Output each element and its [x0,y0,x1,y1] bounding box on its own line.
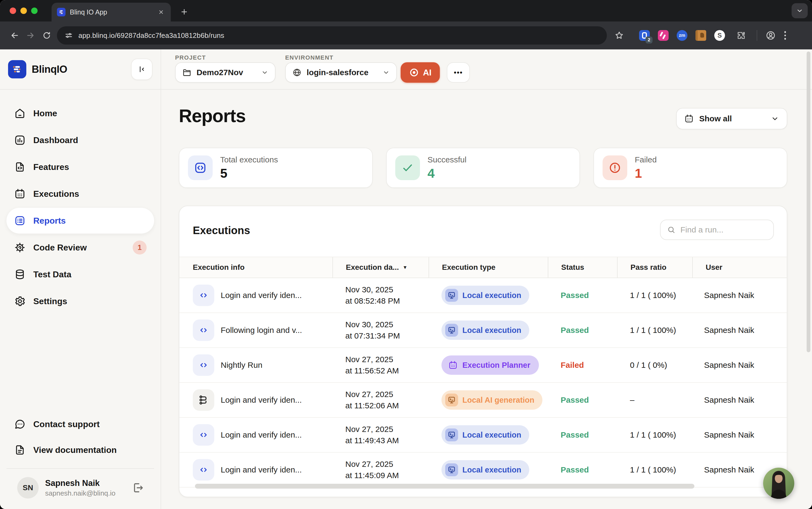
column-pass-ratio[interactable]: Pass ratio [617,257,692,278]
new-tab-button[interactable] [177,5,191,19]
project-select[interactable]: Demo27Nov [175,62,275,83]
zoom-window-button[interactable] [31,7,38,14]
execution-name: Login and verify iden... [221,396,302,405]
sidebar-item-home[interactable]: Home [6,100,154,126]
sidebar-item-label: Reports [33,216,66,226]
sidebar-item-test-data[interactable]: Test Data [6,262,154,287]
url-text[interactable]: app.blinq.io/69287da8cc7fea3a10812b6b/ru… [78,31,224,40]
user-account-row[interactable]: SN Sapnesh Naik sapnesh.naik@blinq.io [6,468,154,509]
sidebar-item-dashboard[interactable]: Dashboard [6,127,154,153]
logout-icon[interactable] [132,481,144,494]
sidebar-collapse-button[interactable] [131,59,153,80]
view-documentation-link[interactable]: View documentation [6,437,154,463]
code-brackets-icon [188,156,213,180]
environment-value: login-salesforce [307,68,368,77]
stat-value: 5 [220,166,278,181]
stat-total-executions: Total executions 5 [179,148,373,188]
sidebar-item-reports[interactable]: Reports [6,208,154,234]
home-icon [14,107,26,119]
execution-type-icon [193,389,214,411]
page-vertical-scrollbar[interactable] [807,52,810,352]
back-icon[interactable] [6,27,23,43]
table-row[interactable]: Login and verify iden... Nov 27, 2025 at… [179,383,787,418]
table-row[interactable]: Login and verify iden... Nov 27, 2025 at… [179,453,787,487]
execution-date: Nov 27, 2025 at 11:49:43 AM [332,423,429,446]
stat-label: Failed [635,155,657,164]
sort-desc-icon[interactable]: ▼ [403,265,408,270]
stat-value: 1 [635,166,657,181]
execution-date: Nov 30, 2025 at 07:31:34 PM [332,319,429,341]
reload-icon[interactable] [39,27,55,43]
execution-type-badge: Local execution [441,425,529,445]
execution-name: Login and verify iden... [221,430,302,439]
close-window-button[interactable] [10,7,16,14]
search-input[interactable] [680,225,767,234]
column-execution-info[interactable]: Execution info [179,257,332,278]
brand-row: BlinqIO [0,49,161,90]
password-extension-icon[interactable]: 2 [639,30,650,41]
bookmark-star-icon[interactable] [611,27,627,43]
table-row[interactable]: Login and verify iden... Nov 30, 2025 at… [179,278,787,313]
column-execution-date[interactable]: Execution da... ▼ [332,257,429,278]
sidebar-item-features[interactable]: Features [6,154,154,180]
execution-type-badge: Local execution [441,320,529,340]
dashboard-icon [14,134,26,146]
column-status[interactable]: Status [548,257,617,278]
sidebar-item-code-review[interactable]: Code Review 1 [6,235,154,261]
more-options-button[interactable]: ••• [447,62,470,83]
executions-section-title: Executions [193,225,250,237]
search-run-input[interactable] [660,219,774,240]
column-user[interactable]: User [692,257,787,278]
site-settings-icon[interactable] [64,31,73,40]
sidebar-item-label: Executions [33,189,79,199]
ai-record-button[interactable]: AI [401,62,440,83]
user-name-cell: Sapnesh Naik [692,430,787,439]
contact-support-link[interactable]: Contact support [6,411,154,437]
minimize-window-button[interactable] [21,7,27,14]
floating-profile-photo-bubble[interactable] [763,468,794,499]
environment-select[interactable]: login-salesforce [285,62,397,83]
window-controls[interactable] [10,7,38,14]
table-header: Execution info Execution da... ▼ Executi… [179,257,787,278]
execution-type-icon [193,459,214,480]
column-execution-type[interactable]: Execution type [429,257,548,278]
sidebar-item-settings[interactable]: Settings [6,288,154,314]
profile-icon[interactable] [763,27,779,43]
pink-extension-icon[interactable] [658,30,669,41]
document-icon [14,444,26,456]
browser-menu-icon[interactable] [779,31,791,40]
calendar-icon [14,188,26,200]
status-text: Passed [561,291,589,300]
chevron-down-icon [771,114,779,123]
zoom-extension-icon[interactable]: zm [677,30,687,41]
sidebar-footer: Contact support View documentation SN Sa… [0,411,161,509]
horizontal-scrollbar[interactable] [195,484,695,488]
file-code-icon [14,161,26,173]
table-row[interactable]: Following login and v... Nov 30, 2025 at… [179,313,787,348]
extensions-row: 2 zm S [639,27,749,43]
check-icon [395,156,420,180]
database-icon [14,268,26,280]
sidebar-item-executions[interactable]: Executions [6,181,154,207]
chevron-down-icon [382,69,390,76]
forward-icon[interactable] [23,27,39,43]
badge-icon [445,324,458,337]
execution-name: Following login and v... [221,326,302,335]
status-text: Passed [561,465,589,474]
table-row[interactable]: Login and verify iden... Nov 27, 2025 at… [179,418,787,453]
user-name-cell: Sapnesh Naik [692,326,787,335]
s-extension-icon[interactable]: S [714,30,725,41]
extensions-puzzle-icon[interactable] [733,27,749,43]
browser-tab[interactable]: Blinq IO App [52,3,171,22]
executions-table-card: Executions Execution info Execution da..… [179,206,787,497]
notebook-extension-icon[interactable] [696,30,706,41]
table-row[interactable]: Nightly Run Nov 27, 2025 at 11:56:52 AM … [179,348,787,383]
execution-name: Login and verify iden... [221,465,302,474]
date-filter-button[interactable]: Show all [676,108,787,129]
tab-close-icon[interactable] [157,8,165,16]
project-environment-bar: PROJECT ENVIRONMENT Demo27Nov login-sale… [161,49,812,90]
address-bar[interactable]: app.blinq.io/69287da8cc7fea3a10812b6b/ru… [57,26,607,44]
browser-window: Blinq IO App app.blinq.io/69287da8cc7fea… [0,0,812,509]
tab-search-chevron-icon[interactable] [791,3,808,18]
pass-ratio: – [617,396,692,405]
